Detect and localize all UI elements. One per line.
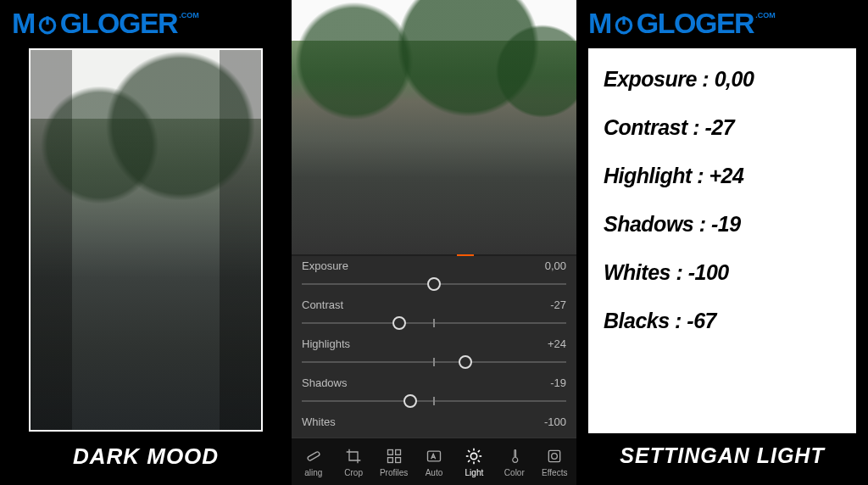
- slider-knob[interactable]: [427, 277, 441, 291]
- svg-point-18: [552, 453, 558, 459]
- slider-label: Shadows: [302, 376, 347, 389]
- tool-color[interactable]: Color: [494, 447, 534, 477]
- light-sliders: Exposure 0,00 Contrast -27: [292, 256, 576, 438]
- settings-title: SETTINGAN LIGHT: [576, 443, 868, 468]
- slider-value: -27: [550, 298, 566, 311]
- slider-knob[interactable]: [459, 355, 472, 369]
- preset-name: DARK MOOD: [0, 443, 292, 470]
- svg-rect-6: [395, 457, 400, 462]
- brand-tld: .COM: [755, 11, 776, 20]
- slider-whites: Whites -100: [302, 415, 566, 428]
- brand-rest: GLOGER: [637, 7, 754, 40]
- tool-label: Color: [504, 468, 525, 477]
- svg-rect-17: [549, 450, 560, 461]
- editor-preview-image[interactable]: [292, 0, 576, 254]
- tool-label: aling: [304, 468, 322, 477]
- slider-label: Contrast: [302, 298, 343, 311]
- power-icon: [36, 13, 59, 36]
- slider-track-exposure[interactable]: [302, 276, 566, 292]
- brand-logo-left: M GLOGER .COM: [0, 0, 292, 43]
- lightroom-app: Before Exposure 0,00 Contrast -27: [292, 0, 576, 485]
- setting-blacks: Blacks : -67: [604, 309, 841, 333]
- svg-line-16: [478, 450, 480, 452]
- svg-line-14: [478, 460, 480, 461]
- bandage-icon: [305, 447, 322, 465]
- setting-highlight: Highlight : +24: [604, 164, 841, 188]
- slider-value: +24: [548, 337, 566, 350]
- grid-icon: [386, 447, 403, 465]
- slider-track-highlights[interactable]: [302, 354, 566, 370]
- slider-highlights: Highlights +24: [302, 337, 566, 370]
- tool-label: Light: [465, 468, 484, 477]
- crop-icon: [345, 447, 362, 465]
- svg-rect-3: [387, 449, 392, 454]
- preset-preview-image: [29, 48, 263, 432]
- tool-auto[interactable]: Auto: [414, 447, 453, 477]
- brand-rest: GLOGER: [60, 7, 177, 40]
- tool-profiles[interactable]: Profiles: [374, 447, 414, 477]
- setting-exposure: Exposure : 0,00: [604, 67, 841, 92]
- slider-label: Highlights: [302, 337, 350, 350]
- brand-m: M: [12, 7, 35, 40]
- thermometer-icon: [507, 447, 522, 465]
- auto-icon: [425, 447, 443, 465]
- svg-rect-5: [387, 457, 392, 462]
- tool-label: Auto: [426, 468, 443, 477]
- slider-knob[interactable]: [392, 316, 406, 330]
- brand-logo-right: M GLOGER .COM: [576, 0, 868, 43]
- right-panel: M GLOGER .COM Exposure : 0,00 Contrast :…: [576, 0, 868, 485]
- slider-contrast: Contrast -27: [302, 298, 566, 331]
- power-icon: [612, 13, 636, 36]
- tool-light[interactable]: Light: [454, 447, 494, 477]
- brand-tld: .COM: [179, 11, 199, 20]
- tool-label: Effects: [542, 468, 567, 477]
- svg-rect-4: [395, 449, 400, 454]
- slider-label: Whites: [302, 415, 336, 428]
- slider-track-contrast[interactable]: [302, 315, 566, 331]
- slider-value: -100: [544, 415, 566, 428]
- tool-healing[interactable]: aling: [293, 447, 333, 477]
- sun-icon: [465, 447, 483, 465]
- tool-effects[interactable]: Effects: [535, 447, 575, 477]
- setting-contrast: Contrast : -27: [604, 115, 841, 140]
- bottom-toolbar: aling Crop Profiles Auto: [292, 438, 576, 485]
- tool-crop[interactable]: Crop: [333, 447, 373, 477]
- tool-label: Crop: [344, 468, 363, 477]
- slider-exposure: Exposure 0,00: [302, 259, 566, 292]
- slider-knob[interactable]: [403, 394, 417, 408]
- slider-label: Exposure: [302, 259, 348, 272]
- svg-line-15: [469, 460, 470, 461]
- effects-icon: [546, 447, 563, 465]
- slider-track-shadows[interactable]: [302, 393, 566, 409]
- left-panel: M GLOGER .COM DARK MOOD: [0, 0, 292, 485]
- svg-point-8: [471, 453, 477, 459]
- slider-shadows: Shadows -19: [302, 376, 566, 409]
- center-panel: Before Exposure 0,00 Contrast -27: [292, 0, 576, 485]
- settings-card: Exposure : 0,00 Contrast : -27 Highlight…: [588, 48, 856, 433]
- setting-shadows: Shadows : -19: [604, 212, 841, 237]
- tool-label: Profiles: [380, 468, 408, 477]
- brand-m: M: [588, 7, 611, 40]
- slider-value: -19: [550, 376, 566, 389]
- setting-whites: Whites : -100: [604, 260, 841, 285]
- slider-value: 0,00: [545, 259, 566, 272]
- svg-line-13: [469, 450, 470, 452]
- svg-rect-2: [307, 451, 320, 461]
